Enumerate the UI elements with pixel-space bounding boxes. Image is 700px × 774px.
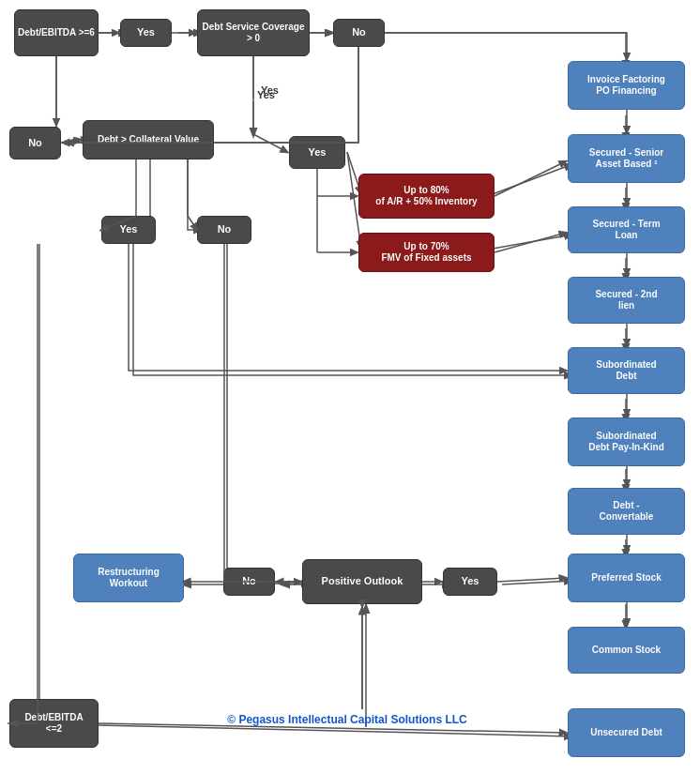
flowchart-diagram: Yes <box>0 0 700 774</box>
debt-convertable-node: Debt -Convertable <box>568 488 685 535</box>
invoice-factoring-node: Invoice FactoringPO Financing <box>568 61 685 110</box>
svg-line-27 <box>253 134 287 152</box>
sub-pik-node: SubordinatedDebt Pay-In-Kind <box>568 417 685 466</box>
no1-node: No <box>333 19 385 47</box>
copyright-text: © Pegasus Intellectual Capital Solutions… <box>169 713 525 726</box>
positive-outlook-node: Positive Outlook <box>302 559 422 604</box>
svg-text:Yes: Yes <box>261 84 279 96</box>
preferred-stock-node: Preferred Stock <box>568 554 685 602</box>
yes3-node: Yes <box>101 216 156 244</box>
svg-line-44 <box>61 140 81 143</box>
restructuring-node: RestructuringWorkout <box>73 554 184 602</box>
yes1-node: Yes <box>120 19 172 47</box>
no2-node: No <box>9 127 61 159</box>
svg-line-48 <box>188 216 197 230</box>
term-loan-node: Secured - TermLoan <box>568 206 685 253</box>
second-lien-node: Secured - 2ndlien <box>568 277 685 324</box>
yes2-node: Yes <box>289 136 345 169</box>
svg-line-33 <box>495 161 566 196</box>
debt-ebitda-top: Debt/EBITDA >=6 <box>14 9 99 56</box>
debt-ebitda-bottom: Debt/EBITDA<=2 <box>9 699 99 748</box>
fmv-70-node: Up to 70%FMV of Fixed assets <box>358 233 495 272</box>
svg-line-34 <box>495 233 566 252</box>
unsecured-debt-node: Unsecured Debt <box>568 708 685 757</box>
senior-asset-node: Secured - SeniorAsset Based ¹ <box>568 134 685 183</box>
no3-node: No <box>197 216 251 244</box>
svg-line-21 <box>502 581 572 584</box>
ar-80-node: Up to 80%of A/R + 50% Inventory <box>358 174 495 219</box>
svg-line-7 <box>493 235 572 249</box>
no4-node: No <box>223 568 275 596</box>
yes4-node: Yes <box>443 568 497 596</box>
subordinated-debt-node: SubordinatedDebt <box>568 347 685 394</box>
svg-line-22 <box>99 725 572 736</box>
svg-line-6 <box>493 164 572 194</box>
debt-collateral-node: Debt > Collateral Value <box>83 120 214 159</box>
debt-service-node: Debt Service Coverage> 0 <box>197 9 310 56</box>
svg-text:Yes: Yes <box>257 89 275 100</box>
common-stock-node: Common Stock <box>568 627 685 674</box>
svg-line-52 <box>497 578 566 582</box>
